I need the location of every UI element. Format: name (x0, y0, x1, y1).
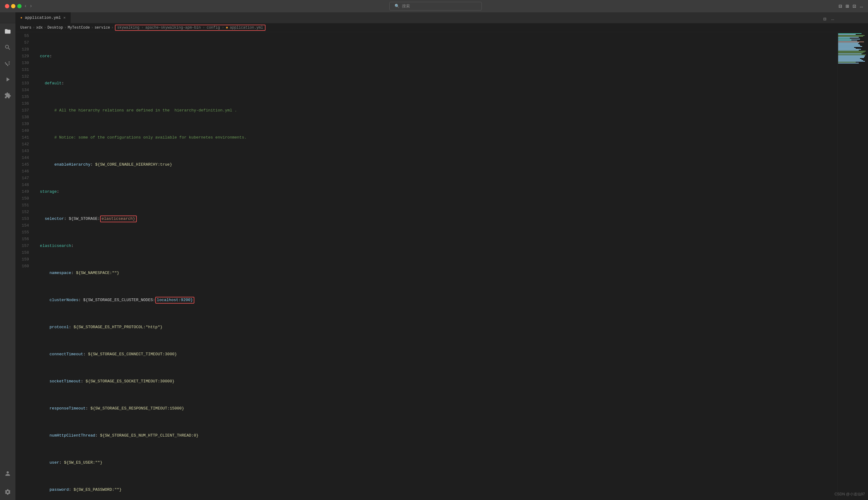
breadcrumb-mytestcode[interactable]: MyTestCode (68, 25, 90, 30)
breadcrumb-filename[interactable]: application.yml (230, 25, 263, 30)
activity-settings[interactable] (2, 487, 13, 498)
code-line-135: clusterNodes: ${SW_STORAGE_ES_CLUSTER_NO… (35, 297, 837, 304)
minimap (837, 32, 868, 500)
tab-label: application.yml (25, 15, 61, 20)
activity-explorer[interactable] (2, 26, 13, 37)
split-editor-icon[interactable]: ⊟ (839, 3, 842, 10)
tab-application-yml[interactable]: ● application.yml ✕ (15, 12, 71, 23)
code-editor[interactable]: 55 57 128 129 130 131 132 133 134 135 13… (15, 32, 868, 500)
activity-bar (0, 23, 15, 500)
activity-run[interactable] (2, 74, 13, 85)
activity-source-control[interactable] (2, 58, 13, 69)
nav-forward-button[interactable]: › (30, 3, 33, 9)
watermark: CSDN @小道仙97 (834, 492, 865, 497)
titlebar-right: ⊟ ⊞ ⊡ … (839, 3, 863, 10)
close-button[interactable] (5, 4, 9, 8)
more-actions-icon[interactable]: … (831, 16, 834, 22)
activity-search[interactable] (2, 42, 13, 53)
breadcrumb-apm-bin[interactable]: apache-skywalking-apm-bin (145, 25, 201, 30)
code-line-136: protocol: ${SW_STORAGE_ES_HTTP_PROTOCOL:… (35, 324, 837, 331)
code-line-138: socketTimeout: ${SW_STORAGE_ES_SOCKET_TI… (35, 378, 837, 385)
breadcrumb-config[interactable]: config (207, 25, 220, 30)
code-line-57: default: (35, 80, 837, 87)
code-line-141: user: ${SW_ES_USER:""} (35, 459, 837, 466)
titlebar-left: ‹ › (5, 3, 32, 9)
selector-highlight: elasticsearch} (100, 216, 137, 222)
yaml-file-icon: ■ (226, 26, 228, 30)
breadcrumb-xdx[interactable]: xdx (36, 25, 43, 30)
breadcrumb-skywalking[interactable]: skywalking (117, 25, 139, 30)
code-line-131: storage: (35, 189, 837, 195)
watermark-text: CSDN @小道仙97 (834, 492, 865, 496)
search-icon: 🔍 (395, 4, 399, 9)
tabbar: ● application.yml ✕ ⊟ … (0, 12, 868, 23)
code-line-134: namespace: ${SW_NAMESPACE:""} (35, 270, 837, 276)
code-line-132: selector: ${SW_STORAGE:elasticsearch} (35, 216, 837, 222)
minimap-content (837, 32, 868, 65)
more-options-icon[interactable]: … (860, 3, 863, 10)
minimize-button[interactable] (11, 4, 15, 8)
code-line-130: enableHierarchy: ${SW_CORE_ENABLE_HIERAR… (35, 161, 837, 168)
code-line-137: connectTimeout: ${SW_STORAGE_ES_CONNECT_… (35, 351, 837, 358)
code-line-139: responseTimeout: ${SW_STORAGE_ES_RESPONS… (35, 405, 837, 412)
activity-extensions[interactable] (2, 90, 13, 101)
breadcrumb-users[interactable]: Users (20, 25, 31, 30)
customize-layout-icon[interactable]: ⊡ (853, 3, 856, 10)
code-line-128: # All the hierarchy relations are define… (35, 107, 837, 114)
editor-area: Users › xdx › Desktop › MyTestCode › ser… (15, 23, 868, 500)
code-line-133: elasticsearch: (35, 242, 837, 249)
main-layout: Users › xdx › Desktop › MyTestCode › ser… (0, 23, 868, 500)
line-numbers: 55 57 128 129 130 131 132 133 134 135 13… (15, 32, 34, 500)
code-content: core: default: # All the hierarchy relat… (34, 32, 837, 500)
code-line-140: numHttpClientThread: ${SW_STORAGE_ES_NUM… (35, 432, 837, 439)
nav-back-button[interactable]: ‹ (24, 3, 27, 9)
titlebar-nav: ‹ › (24, 3, 32, 9)
toggle-panel-icon[interactable]: ⊞ (846, 3, 849, 10)
split-right-icon[interactable]: ⊟ (823, 16, 826, 22)
activity-account[interactable] (2, 468, 13, 479)
code-line-142: password: ${SW_ES_PASSWORD:""} (35, 487, 837, 493)
editor-action-icons: ⊟ … (823, 16, 834, 22)
breadcrumb-service[interactable]: service (94, 25, 110, 30)
traffic-lights (5, 4, 22, 8)
yaml-file-icon: ● (20, 16, 22, 20)
tab-close-icon[interactable]: ✕ (64, 15, 66, 20)
titlebar: ‹ › 🔍 搜索 ⊟ ⊞ ⊡ … (0, 0, 868, 12)
maximize-button[interactable] (17, 4, 22, 8)
breadcrumb-desktop[interactable]: Desktop (47, 25, 63, 30)
code-line-55: core: (35, 53, 837, 60)
search-placeholder: 搜索 (402, 3, 410, 9)
breadcrumb: Users › xdx › Desktop › MyTestCode › ser… (15, 23, 868, 32)
code-line-129: # Notice: some of the configurations onl… (35, 134, 837, 141)
search-bar[interactable]: 🔍 搜索 (389, 2, 482, 10)
breadcrumb-highlighted-segment: skywalking › apache-skywalking-apm-bin ›… (115, 25, 266, 31)
cluster-nodes-highlight: localhost:9200} (155, 297, 194, 304)
